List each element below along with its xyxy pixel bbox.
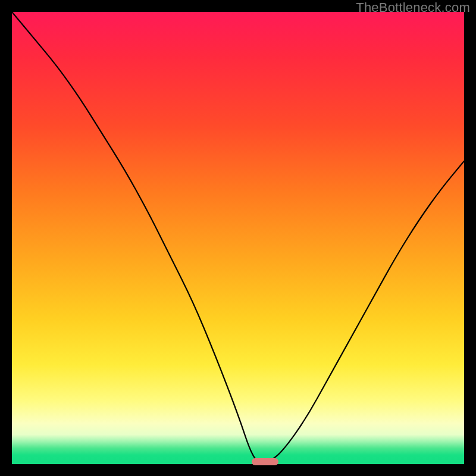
chart-frame: TheBottleneck.com: [0, 0, 476, 476]
bottleneck-curve: [12, 12, 464, 464]
chart-plot-area: [12, 12, 464, 464]
optimal-marker: [252, 458, 279, 465]
